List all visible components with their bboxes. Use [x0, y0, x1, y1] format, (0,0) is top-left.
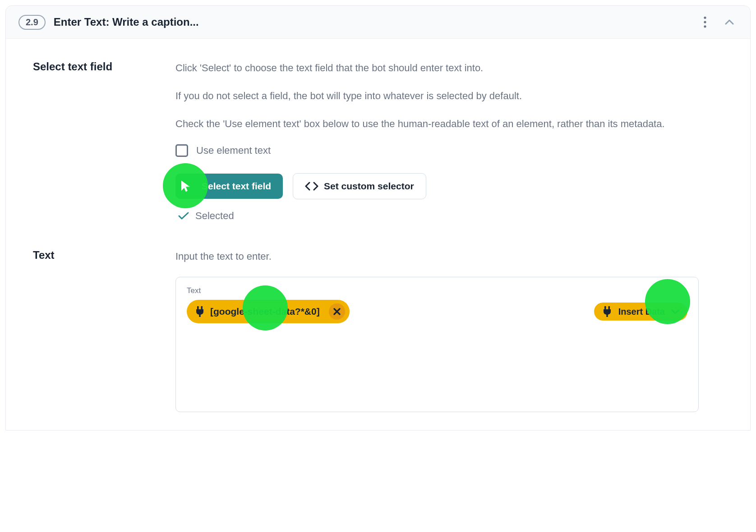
select-text-field-button[interactable]: Select text field	[175, 174, 283, 199]
step-number-badge: 2.9	[18, 15, 46, 30]
step-panel: 2.9 Enter Text: Write a caption... Selec…	[5, 5, 751, 431]
data-token-pill[interactable]: [google-sheet-data?*&0]	[187, 300, 350, 323]
code-icon	[305, 182, 318, 191]
chevron-up-icon	[725, 19, 734, 25]
collapse-button[interactable]	[721, 14, 738, 30]
svg-rect-3	[197, 306, 199, 309]
svg-rect-8	[606, 314, 608, 317]
plug-icon	[195, 306, 205, 317]
selected-status: Selected	[175, 210, 699, 222]
insert-data-label: Insert Data	[618, 307, 665, 317]
more-vertical-icon	[703, 16, 707, 28]
close-icon	[333, 308, 341, 315]
text-help: Input the text to enter.	[175, 249, 699, 264]
svg-rect-7	[608, 306, 610, 309]
svg-point-1	[704, 21, 706, 23]
help-text-2: If you do not select a field, the bot wi…	[175, 88, 699, 104]
set-custom-selector-button[interactable]: Set custom selector	[293, 173, 426, 199]
input-area-label: Text	[187, 286, 687, 295]
text-input-area[interactable]: Text [google-sheet-data?*&0]	[175, 277, 699, 412]
panel-header: 2.9 Enter Text: Write a caption...	[6, 6, 750, 39]
svg-rect-6	[604, 306, 606, 309]
panel-title: Enter Text: Write a caption...	[54, 16, 697, 28]
panel-body: Select text field Click 'Select' to choo…	[6, 39, 750, 430]
set-custom-selector-label: Set custom selector	[324, 181, 414, 192]
insert-data-button[interactable]: Insert Data	[594, 303, 687, 321]
remove-token-button[interactable]	[329, 303, 345, 320]
help-text-1: Click 'Select' to choose the text field …	[175, 60, 699, 76]
svg-point-2	[704, 25, 706, 28]
select-text-field-button-label: Select text field	[202, 181, 271, 192]
select-text-field-section: Select text field Click 'Select' to choo…	[17, 60, 739, 222]
chevron-down-icon	[671, 309, 679, 314]
use-element-text-label: Use element text	[196, 145, 271, 156]
svg-point-0	[704, 17, 706, 19]
svg-rect-4	[201, 306, 203, 309]
svg-rect-5	[199, 314, 200, 317]
select-field-label: Select text field	[33, 60, 161, 73]
text-section-label: Text	[33, 249, 161, 261]
text-section: Text Input the text to enter. Text	[17, 249, 739, 412]
plug-icon	[602, 306, 612, 317]
more-menu-button[interactable]	[697, 14, 713, 30]
use-element-text-checkbox[interactable]	[175, 144, 188, 157]
help-text-3: Check the 'Use element text' box below t…	[175, 116, 699, 132]
status-text: Selected	[195, 210, 234, 222]
check-icon	[178, 212, 189, 220]
data-token-label: [google-sheet-data?*&0]	[210, 306, 320, 317]
